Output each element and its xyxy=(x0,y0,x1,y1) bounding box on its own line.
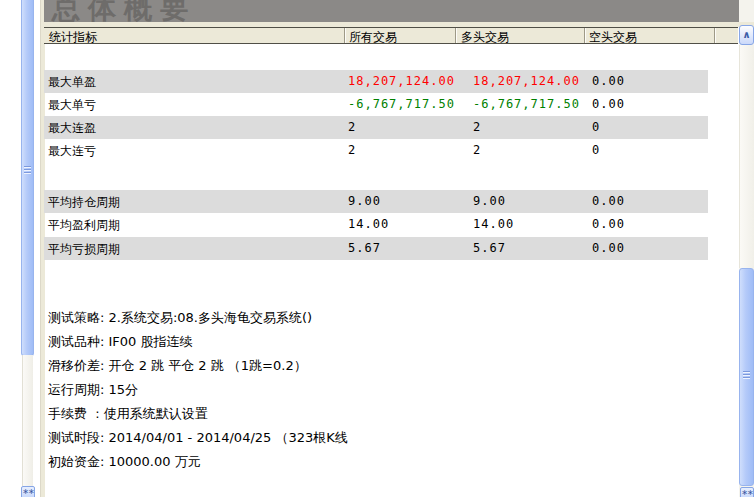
row-value-all: 2 xyxy=(348,120,356,134)
info-slippage: 滑移价差: 开仓 2 跳 平仓 2 跳 （1跳=0.2） xyxy=(48,354,348,378)
header-long-trades: 多头交易 xyxy=(461,29,509,46)
row-label: 平均持仓周期 xyxy=(48,194,120,211)
collapse-chevron-icon: ∗∗ xyxy=(741,488,752,497)
row-value-all: -6,767,717.50 xyxy=(348,97,455,111)
row-value-all: 14.00 xyxy=(348,217,389,231)
stats-table-header: 统计指标 所有交易 多头交易 空头交易 xyxy=(44,27,738,44)
scrollbar-grip-icon xyxy=(743,371,750,380)
row-label: 最大单盈 xyxy=(48,74,96,91)
row-label: 平均盈利周期 xyxy=(48,217,120,234)
table-row: 平均亏损周期 5.67 5.67 0.00 xyxy=(44,237,708,260)
table-row: 最大连盈 2 2 0 xyxy=(44,116,708,139)
row-value-all: 9.00 xyxy=(348,194,381,208)
scrollbar-track[interactable] xyxy=(739,45,754,268)
row-value-short: 0.00 xyxy=(592,97,625,111)
row-label: 最大连亏 xyxy=(48,143,96,160)
row-value-long: 5.67 xyxy=(473,241,506,255)
row-value-short: 0 xyxy=(592,120,600,134)
row-value-long: 14.00 xyxy=(473,217,514,231)
header-all-trades: 所有交易 xyxy=(349,29,397,46)
vertical-scrollbar: ∧ ∗∗ xyxy=(739,0,754,497)
scroll-up-button[interactable]: ∧ xyxy=(739,25,754,45)
row-value-long: 2 xyxy=(473,143,481,157)
row-value-short: 0.00 xyxy=(592,74,625,88)
info-timerange: 测试时段: 2014/04/01 - 2014/04/25 （323根K线 xyxy=(48,426,348,450)
header-indicator: 统计指标 xyxy=(49,29,97,46)
row-label: 最大连盈 xyxy=(48,120,96,137)
row-value-all: 2 xyxy=(348,143,356,157)
backtest-summary-window: ∗∗ 总体概要 统计指标 所有交易 多头交易 空头交易 最大单盈 18,207,… xyxy=(0,0,754,497)
info-capital: 初始资金: 10000.00 万元 xyxy=(48,450,348,474)
row-value-all: 18,207,124.00 xyxy=(348,74,455,88)
row-value-all: 5.67 xyxy=(348,241,381,255)
header-separator xyxy=(584,28,585,43)
row-value-long: -6,767,717.50 xyxy=(473,97,580,111)
splitter-grip-icon xyxy=(24,166,31,175)
header-separator xyxy=(455,28,456,43)
row-value-short: 0 xyxy=(592,143,600,157)
info-period: 运行周期: 15分 xyxy=(48,378,348,402)
row-value-short: 0.00 xyxy=(592,217,625,231)
table-row: 最大单盈 18,207,124.00 18,207,124.00 0.00 xyxy=(44,70,708,93)
row-value-long: 18,207,124.00 xyxy=(473,74,580,88)
row-label: 平均亏损周期 xyxy=(48,241,120,258)
header-separator xyxy=(344,28,345,43)
row-label: 最大单亏 xyxy=(48,97,96,114)
left-collapse-button[interactable]: ∗∗ xyxy=(21,486,35,497)
info-instrument: 测试品种: IF00 股指连续 xyxy=(48,330,348,354)
right-collapse-button[interactable]: ∗∗ xyxy=(740,487,754,497)
left-splitter-track[interactable] xyxy=(22,355,33,486)
page-title: 总体概要 xyxy=(52,0,754,22)
scrollbar-thumb[interactable] xyxy=(739,268,754,486)
header-separator xyxy=(714,28,715,43)
row-value-long: 9.00 xyxy=(473,194,506,208)
table-row: 平均盈利周期 14.00 14.00 0.00 xyxy=(44,213,708,236)
collapse-chevron-icon: ∗∗ xyxy=(22,487,33,496)
info-commission: 手续费 : 使用系统默认设置 xyxy=(48,402,348,426)
info-strategy: 测试策略: 2.系统交易:08.多头海龟交易系统() xyxy=(48,306,348,330)
table-row: 平均持仓周期 9.00 9.00 0.00 xyxy=(44,190,708,213)
table-row: 最大单亏 -6,767,717.50 -6,767,717.50 0.00 xyxy=(44,93,708,116)
row-value-long: 2 xyxy=(473,120,481,134)
table-row: 最大连亏 2 2 0 xyxy=(44,139,708,162)
row-value-short: 0.00 xyxy=(592,194,625,208)
left-splitter-thumb[interactable] xyxy=(21,0,34,356)
row-value-short: 0.00 xyxy=(592,241,625,255)
test-info-block: 测试策略: 2.系统交易:08.多头海龟交易系统() 测试品种: IF00 股指… xyxy=(48,306,348,474)
header-short-trades: 空头交易 xyxy=(589,29,637,46)
left-splitter: ∗∗ xyxy=(21,0,34,497)
scroll-up-arrow-icon: ∧ xyxy=(742,29,750,40)
panel-titlebar: 总体概要 xyxy=(44,0,754,22)
